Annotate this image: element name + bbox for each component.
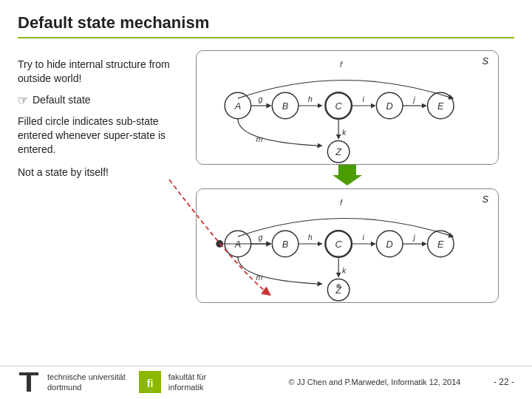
svg-text:i: i — [363, 95, 365, 103]
svg-point-53 — [336, 284, 341, 288]
footer: technische universität dortmund fi fakul… — [0, 366, 532, 393]
faculty-text: fakultät für informatik — [168, 372, 206, 393]
content-area: Try to hide internal structure from outs… — [18, 50, 514, 338]
faculty-dept: informatik — [168, 382, 206, 392]
svg-text:g: g — [259, 233, 263, 242]
svg-text:j: j — [412, 95, 416, 103]
svg-text:k: k — [342, 128, 347, 137]
footer-left: technische universität dortmund fi fakul… — [18, 371, 256, 393]
svg-text:f: f — [340, 60, 343, 69]
default-state-line: ☞ Default state — [18, 93, 173, 107]
top-diagram: S f A g B h — [196, 50, 499, 165]
fi-logo: fi — [139, 371, 161, 393]
svg-text:C: C — [335, 100, 343, 112]
city-name: dortmund — [47, 382, 126, 392]
svg-text:m: m — [256, 273, 263, 282]
filled-circle-text: Filled circle indicates sub-state entere… — [18, 115, 173, 157]
green-arrow — [332, 165, 362, 185]
svg-text:h: h — [308, 233, 313, 242]
svg-text:D: D — [386, 100, 393, 112]
svg-text:f: f — [340, 198, 343, 207]
page-number: - 22 - — [494, 377, 514, 387]
svg-text:E: E — [437, 239, 444, 250]
svg-text:k: k — [342, 266, 347, 275]
left-text: Try to hide internal structure from outs… — [18, 50, 173, 338]
title-area: Default state mechanism — [18, 13, 514, 38]
svg-text:m: m — [256, 134, 263, 143]
intro-text: Try to hide internal structure from outs… — [18, 58, 173, 86]
page-title: Default state mechanism — [18, 13, 514, 33]
svg-text:C: C — [335, 239, 343, 250]
svg-point-28 — [216, 240, 223, 248]
university-name: technische universität — [47, 372, 126, 382]
bottom-diagram-svg: S f A g B — [197, 189, 498, 302]
svg-text:h: h — [308, 95, 313, 103]
svg-text:j: j — [412, 233, 416, 242]
svg-text:i: i — [363, 233, 365, 242]
top-diagram-svg: S f A g B h — [197, 51, 498, 164]
svg-text:Z: Z — [335, 146, 342, 157]
right-diagrams: S f A g B h — [180, 50, 514, 338]
svg-text:fi: fi — [147, 378, 154, 389]
footer-copyright: © JJ Chen and P.Marwedel, Informatik 12,… — [256, 378, 494, 386]
svg-marker-25 — [332, 165, 362, 185]
tu-logo — [18, 371, 40, 393]
default-state-label: Default state — [33, 94, 91, 106]
not-a-state-text: Not a state by itself! — [18, 166, 173, 178]
svg-text:B: B — [282, 100, 289, 112]
finger-icon: ☞ — [18, 93, 28, 107]
svg-text:S: S — [482, 194, 489, 205]
svg-text:B: B — [282, 239, 289, 250]
svg-text:A: A — [234, 100, 242, 112]
svg-text:S: S — [482, 55, 489, 66]
svg-text:A: A — [234, 239, 242, 250]
svg-text:D: D — [386, 239, 393, 250]
svg-rect-56 — [27, 372, 31, 392]
slide: Default state mechanism Try to hide inte… — [0, 0, 532, 399]
svg-text:E: E — [437, 100, 444, 112]
faculty-name: fakultät für — [168, 372, 206, 382]
university-text: technische universität dortmund — [47, 372, 126, 393]
bottom-diagram: S f A g B — [196, 188, 499, 303]
svg-text:g: g — [259, 95, 263, 103]
